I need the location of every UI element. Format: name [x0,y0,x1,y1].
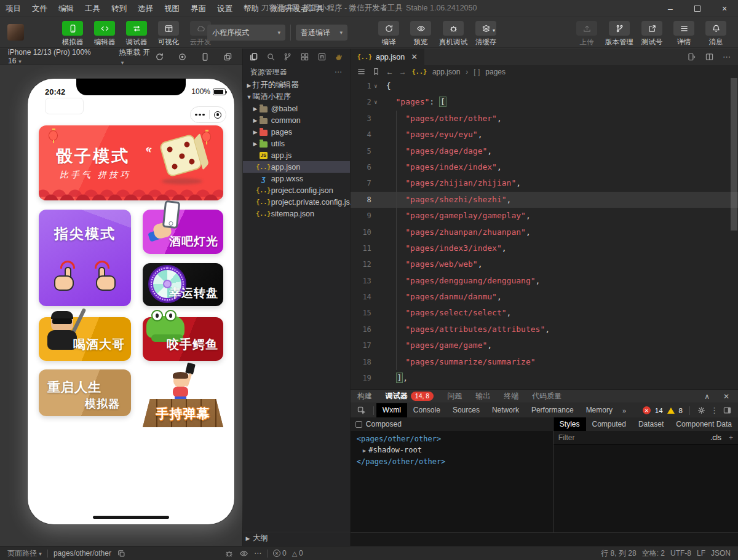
detach-window-icon[interactable] [223,52,232,61]
capsule-menu[interactable] [190,106,226,123]
add-style-icon[interactable]: + [729,433,733,442]
devtools-tab-console[interactable]: Console [407,403,446,417]
handheld-danmu-tile[interactable]: 手持弹幕 [143,365,223,427]
devtools-tab-network[interactable]: Network [486,403,525,417]
details-button[interactable]: 详情 [670,21,697,47]
code-line-2[interactable]: 2∨"pages": [ [351,94,738,110]
panel-tab-输出[interactable]: 输出 [469,391,497,401]
split-editor-icon[interactable] [705,52,714,61]
upload-button[interactable]: 上传 [573,21,600,47]
styles-tab-component-data[interactable]: Component Data [670,417,738,431]
close-tab-icon[interactable]: ✕ [411,52,418,61]
simulator-button[interactable]: 模拟器 [59,21,86,47]
more-actions-icon[interactable]: ⋯ [723,52,731,61]
remote-debug-button[interactable]: 真机调试 [439,21,467,47]
panel-tab-调试器[interactable]: 调试器14, 8 [379,391,440,401]
code-line-19[interactable]: 19], [351,370,738,386]
close-button[interactable]: × [711,0,738,17]
fold-chevron-icon[interactable]: ∨ [371,78,380,94]
compile-button[interactable]: 编译 [375,21,402,47]
wxml-shadow-root[interactable]: ▶#shadow-root [357,444,553,456]
applet-icon[interactable] [317,52,327,61]
panel-tab-终端[interactable]: 终端 [497,391,525,401]
code-line-14[interactable]: 14"pages/danmu/danmu", [351,289,738,305]
error-badge-icon[interactable]: ✕ [643,406,651,414]
search-icon[interactable] [266,52,276,61]
devtools-tab-sources[interactable]: Sources [446,403,486,417]
close-panel-icon[interactable]: ✕ [723,392,729,401]
devtools-tab-wxml[interactable]: Wxml [376,403,407,417]
forward-icon[interactable]: → [399,68,407,76]
compile-mode-dropdown[interactable]: 普通编译▾ [296,25,347,41]
code-line-9[interactable]: 9"pages/gameplay/gameplay", [351,208,738,224]
record-icon[interactable] [178,52,187,61]
menu-item-3[interactable]: 工具 [79,4,106,13]
styles-tab-styles[interactable]: Styles [554,417,586,431]
debugger-button[interactable]: 调试器 [123,21,150,47]
ellipsis-icon[interactable]: ⋯ [254,549,261,558]
status-segment-3[interactable]: LF [697,549,705,558]
dice-mode-banner[interactable]: 骰子模式 比手气 拼技巧 « [39,125,223,200]
tree-item-app.js[interactable]: JSapp.js [243,149,350,161]
code-line-5[interactable]: 5"pages/dage/dage", [351,143,738,159]
wxml-open-tag[interactable]: <pages/other/other> [357,433,553,444]
extensions-icon[interactable] [300,52,309,61]
lucky-wheel-tile[interactable]: 幸运转盘 [143,263,223,306]
tree-item-project.config.json[interactable]: {..}project.config.json [243,184,350,196]
devtools-tab-performance[interactable]: Performance [525,403,580,417]
biting-crocodile-tile[interactable]: 咬手鳄鱼 [143,317,223,361]
hot-reload-toggle[interactable]: 热重载 开▾ [119,47,155,66]
visualize-button[interactable]: 可视化 [155,21,182,47]
restart-life-tile[interactable]: 重启人生 模拟器 [39,369,131,416]
source-control-icon[interactable] [283,52,292,61]
code-line-3[interactable]: 3"pages/other/other", [351,111,738,127]
warning-badge-icon[interactable] [667,408,675,414]
bar-light-tile[interactable]: 酒吧灯光 [143,210,223,254]
fingertip-mode-tile[interactable]: 指尖模式 [39,210,131,306]
panel-tab-代码质量[interactable]: 代码质量 [525,391,568,401]
tree-item-common[interactable]: ▶common [243,114,350,126]
version-manage-button[interactable]: 版本管理 [605,21,633,47]
menu-item-7[interactable]: 界面 [185,4,212,13]
tab-app-json[interactable]: {..} app.json ✕ [351,49,424,65]
code-line-12[interactable]: 12"pages/web/web", [351,256,738,272]
test-account-button[interactable]: 测试号 [638,21,665,47]
menu-item-2[interactable]: 编辑 [53,4,79,13]
status-segment-2[interactable]: UTF-8 [670,549,691,558]
hand-icon[interactable] [335,52,344,61]
wxml-close-tag[interactable]: </pages/other/other> [357,456,553,467]
warning-counter[interactable]: △0 [292,549,303,558]
avatar[interactable] [7,24,24,41]
copy-icon[interactable] [117,549,126,558]
dock-side-icon[interactable] [723,406,732,415]
code-line-6[interactable]: 6"pages/index/index", [351,159,738,175]
outline-section[interactable]: ▶ 大纲 [243,532,350,544]
tree-item-pages[interactable]: ▶pages [243,126,350,138]
restart-icon[interactable] [155,52,164,61]
breadcrumb-node[interactable]: pages [485,68,506,76]
status-segment-1[interactable]: 空格: 2 [642,548,665,559]
device-selector[interactable]: iPhone 12/13 (Pro) 100% 16▾ [8,48,105,65]
tree-item-app.wxss[interactable]: ʒapp.wxss [243,173,350,184]
code-line-8[interactable]: 8"pages/shezhi/shezhi", [351,192,738,208]
menu-item-6[interactable]: 视图 [159,4,185,13]
preview-button[interactable]: 预览 [407,21,434,47]
editor-scrollbar[interactable] [731,78,737,231]
minimize-button[interactable]: – [657,0,684,17]
code-line-13[interactable]: 13"pages/dengguang/dengguang", [351,273,738,289]
mode-dropdown[interactable]: 小程序模式▾ [207,25,285,41]
page-path-selector[interactable]: 页面路径 ▾ [7,548,42,559]
editor-button[interactable]: 编辑器 [91,21,118,47]
menu-item-10[interactable]: 微信开发者工具 [264,4,330,13]
panel-tab-构建[interactable]: 构建 [351,391,379,401]
open-editors-section[interactable]: ▶打开的编辑器 [243,79,350,91]
code-editor[interactable]: 1∨{2∨"pages": [3"pages/other/other",4"pa… [351,78,738,389]
more-actions-icon[interactable]: ⋯ [335,68,343,76]
menu-item-9[interactable]: 帮助 [238,4,264,13]
menu-item-5[interactable]: 选择 [132,4,159,13]
more-tabs-icon[interactable]: » [619,407,630,414]
menu-item-0[interactable]: 项目 [0,4,26,13]
tree-item-utils[interactable]: ▶utils [243,138,350,149]
devtools-tab-memory[interactable]: Memory [580,403,619,417]
bug-icon[interactable] [224,549,234,558]
